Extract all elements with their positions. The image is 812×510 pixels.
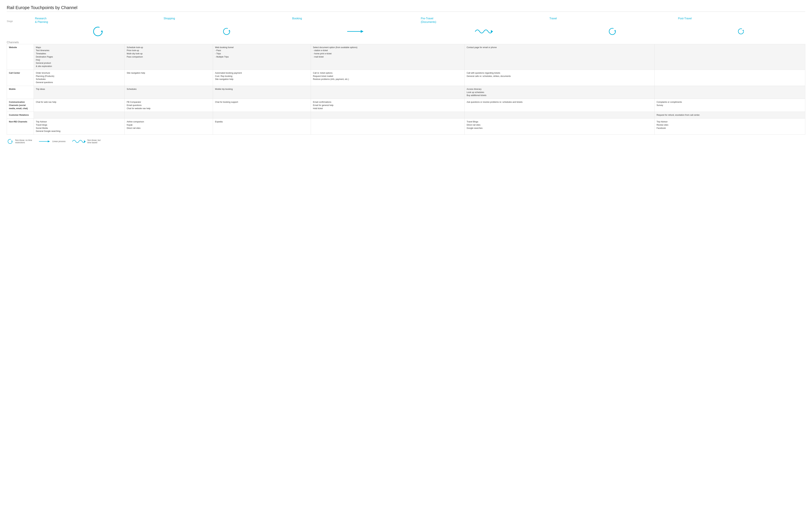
research-icon	[34, 24, 162, 39]
cell-website-booking: Web booking funnel- Pass- Trips- Multipl…	[213, 44, 311, 70]
stage-post-travel: Post-Travel	[677, 15, 806, 24]
svg-point-2	[223, 28, 230, 35]
row-header-mobile: Mobile	[7, 86, 34, 99]
cell-callcenter-travel: Call with questions regarding ticketsGen…	[465, 70, 655, 86]
svg-point-7	[609, 28, 615, 35]
cell-callcenter-booking: Automated booking paymentCust. Rep booki…	[213, 70, 311, 86]
cell-nonrei-shopping: Airline comparisonKayakDirect rail sites	[125, 119, 213, 135]
legend-circular-text: Non-linear, no timerestrictions	[15, 139, 32, 144]
cell-nonrei-post-travel: Trip AdvisorReview sitesFacebook	[655, 119, 805, 135]
stage-pre-travel: Pre-Travel(Documents)	[419, 15, 548, 24]
cell-website-pre-travel: Select document option (from available o…	[311, 44, 465, 70]
stage-header-row: Stage Research& Planning Shopping Bookin…	[7, 15, 805, 24]
table-row-non-rei: Non-REI Channels Trip AdvisorTravel blog…	[7, 119, 805, 135]
cell-comm-booking: Chat for booking support	[213, 99, 311, 112]
main-table: Website MapsTest itinerariesTimetablesDe…	[7, 44, 805, 135]
shopping-icon	[162, 25, 291, 38]
cell-callcenter-post-travel	[655, 70, 805, 86]
table-row-website: Website MapsTest itinerariesTimetablesDe…	[7, 44, 805, 70]
legend-circular: Non-linear, no timerestrictions	[7, 138, 32, 145]
cell-comm-travel: Ask questions or resolve problems re: sc…	[465, 99, 655, 112]
cell-mobile-shopping: Schedules	[125, 86, 213, 99]
icon-row	[7, 24, 805, 39]
svg-point-0	[93, 27, 102, 36]
legend-circular-icon	[7, 138, 13, 145]
legend-linear: Linear process	[39, 140, 66, 143]
cell-cr-booking	[213, 112, 311, 119]
booking-icon	[291, 27, 419, 36]
cell-callcenter-pre-travel: Call re: ticket optionsRequest ticket ma…	[311, 70, 465, 86]
stage-booking: Booking	[291, 15, 419, 24]
cell-callcenter-research: Order brochurePlanning (Products)Schedul…	[34, 70, 125, 86]
row-header-website: Website	[7, 44, 34, 70]
cell-mobile-booking: Mobile trip booking	[213, 86, 311, 99]
cell-cr-shopping	[125, 112, 213, 119]
cell-nonrei-pre-travel	[311, 119, 465, 135]
row-header-call-center: Call Center	[7, 70, 34, 86]
cell-comm-research: Chat for web nav help	[34, 99, 125, 112]
cell-nonrei-booking: Expedia	[213, 119, 311, 135]
cell-website-research: MapsTest itinerariesTimetablesDestinatio…	[34, 44, 125, 70]
stage-travel: Travel	[548, 15, 677, 24]
cell-nonrei-research: Trip AdvisorTravel blogsSocial MediaGene…	[34, 119, 125, 135]
cell-mobile-post-travel	[655, 86, 805, 99]
table-row-call-center: Call Center Order brochurePlanning (Prod…	[7, 70, 805, 86]
stage-research: Research& Planning	[34, 15, 162, 24]
legend-wave: Non-linear, buttime based	[72, 139, 100, 144]
legend-linear-icon	[39, 140, 51, 143]
row-header-non-rei: Non-REI Channels	[7, 119, 34, 135]
page-title: Rail Europe Touchpoints by Channel	[7, 5, 805, 12]
legend-wave-text: Non-linear, buttime based	[87, 139, 100, 144]
svg-marker-5	[361, 30, 364, 33]
table-row-communication: CommunicationChannels (socialmedia, emai…	[7, 99, 805, 112]
legend-linear-text: Linear process	[52, 140, 66, 143]
cell-comm-pre-travel: Email confirmationsEmail for general hel…	[311, 99, 465, 112]
row-header-communication: CommunicationChannels (socialmedia, emai…	[7, 99, 34, 112]
svg-point-9	[738, 29, 744, 34]
cell-cr-travel	[465, 112, 655, 119]
stage-shopping: Shopping	[162, 15, 291, 24]
cell-cr-pre-travel	[311, 112, 465, 119]
row-header-customer-relations: Customer Relations	[7, 112, 34, 119]
cell-cr-research	[34, 112, 125, 119]
svg-marker-6	[491, 30, 493, 33]
channels-label: Channels	[7, 41, 805, 44]
legend-row: Non-linear, no timerestrictions Linear p…	[7, 138, 805, 145]
cell-comm-shopping: FB ComparatorEmail questionsChat for web…	[125, 99, 213, 112]
table-row-mobile: Mobile Trip ideas Schedules Mobile trip …	[7, 86, 805, 99]
legend-wave-icon	[72, 139, 86, 144]
cell-comm-post-travel: Complaints or complimentsSurvey	[655, 99, 805, 112]
table-row-customer-relations: Customer Relations Request for refund, e…	[7, 112, 805, 119]
travel-icon	[548, 25, 677, 38]
cell-website-travel: Contact page for email or phone	[465, 44, 655, 70]
stage-label: Stage	[7, 17, 34, 23]
pre-travel-icon	[419, 26, 548, 36]
cell-cr-post-travel: Request for refund, escelation from call…	[655, 112, 805, 119]
cell-mobile-travel: Access itineraryLook up schedulesBuy add…	[465, 86, 655, 99]
post-travel-icon	[677, 25, 806, 38]
cell-website-shopping: Schedule look-upPrice look-upMulti-city …	[125, 44, 213, 70]
cell-callcenter-shopping: Site navigation help	[125, 70, 213, 86]
cell-mobile-research: Trip ideas	[34, 86, 125, 99]
cell-mobile-pre-travel	[311, 86, 465, 99]
cell-website-post-travel	[655, 44, 805, 70]
svg-marker-14	[48, 141, 50, 143]
cell-nonrei-travel: Travel BlogsDirect rail sitesGoogle sear…	[465, 119, 655, 135]
svg-marker-10	[742, 30, 744, 31]
